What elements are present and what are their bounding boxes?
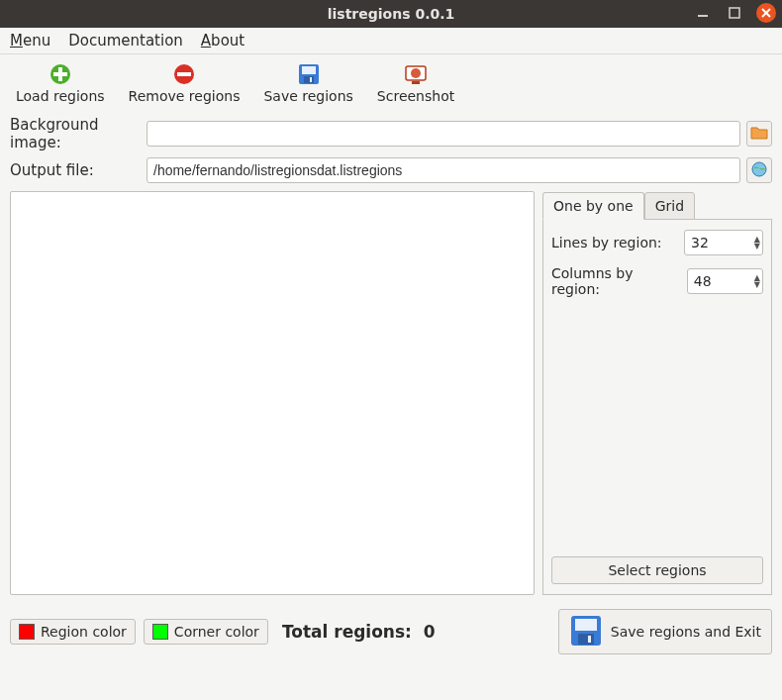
svg-rect-11 (304, 76, 314, 83)
select-regions-button[interactable]: Select regions (551, 556, 763, 584)
columns-by-region-row: Columns by region: 48 ▲ ▼ (551, 265, 763, 297)
svg-rect-18 (575, 619, 597, 631)
toolbar-label: Save regions (263, 88, 352, 104)
total-regions: Total regions: 0 (282, 622, 436, 642)
menubar: Menu Documentation About (0, 28, 782, 54)
region-color-swatch (19, 624, 35, 640)
preview-canvas[interactable] (10, 191, 535, 595)
tab-grid[interactable]: Grid (644, 192, 695, 220)
svg-rect-10 (302, 66, 316, 74)
footer: Region color Corner color Total regions:… (0, 595, 782, 668)
menu-documentation[interactable]: Documentation (68, 32, 183, 50)
background-image-row: Background image: (10, 116, 772, 151)
corner-color-swatch (152, 624, 168, 640)
browse-image-button[interactable] (746, 121, 772, 147)
output-file-row: Output file: (10, 157, 772, 183)
form-area: Background image: Output file: (0, 112, 782, 187)
output-file-label: Output file: (10, 161, 141, 179)
window-controls (693, 3, 776, 23)
total-regions-value: 0 (424, 622, 436, 642)
toolbar-label: Remove regions (129, 88, 241, 104)
main-area: One by one Grid Lines by region: 32 ▲ ▼ … (0, 191, 782, 595)
screenshot-button[interactable]: Screenshot (375, 60, 456, 106)
plus-icon (49, 62, 72, 86)
toolbar-label: Load regions (16, 88, 105, 104)
maximize-button[interactable] (725, 3, 744, 23)
side-panel: One by one Grid Lines by region: 32 ▲ ▼ … (542, 191, 772, 595)
lines-value: 32 (691, 235, 709, 250)
region-color-label: Region color (41, 624, 127, 640)
background-image-input[interactable] (147, 121, 740, 147)
svg-rect-15 (412, 81, 420, 84)
globe-file-icon (750, 160, 768, 181)
chevron-down-icon: ▼ (754, 281, 760, 288)
svg-point-16 (752, 162, 766, 176)
svg-rect-12 (310, 77, 312, 82)
load-regions-button[interactable]: Load regions (14, 60, 107, 106)
columns-by-region-label: Columns by region: (551, 265, 681, 297)
svg-rect-8 (177, 72, 191, 76)
tabs: One by one Grid (542, 191, 772, 220)
tab-content: Lines by region: 32 ▲ ▼ Columns by regio… (542, 220, 772, 595)
save-icon (297, 62, 321, 86)
region-color-button[interactable]: Region color (10, 619, 136, 645)
toolbar-label: Screenshot (377, 88, 454, 104)
minimize-button[interactable] (693, 3, 713, 23)
columns-by-region-input[interactable]: 48 ▲ ▼ (687, 268, 763, 294)
tab-one-by-one[interactable]: One by one (542, 192, 644, 220)
corner-color-button[interactable]: Corner color (144, 619, 268, 645)
chevron-down-icon: ▼ (754, 243, 760, 250)
remove-regions-button[interactable]: Remove regions (127, 60, 243, 106)
close-button[interactable] (756, 3, 776, 23)
minus-icon (172, 62, 196, 86)
menu-about[interactable]: About (201, 32, 244, 50)
stepper-arrows[interactable]: ▲ ▼ (754, 236, 760, 250)
save-and-exit-label: Save regions and Exit (611, 624, 761, 640)
svg-rect-20 (588, 636, 591, 643)
background-image-label: Background image: (10, 116, 141, 151)
screenshot-icon (404, 62, 428, 86)
titlebar: listregions 0.0.1 (0, 0, 782, 28)
window-title: listregions 0.0.1 (328, 6, 455, 22)
menu-menu[interactable]: Menu (10, 32, 50, 50)
output-file-input[interactable] (147, 157, 740, 183)
save-icon (569, 614, 603, 650)
save-and-exit-button[interactable]: Save regions and Exit (558, 609, 772, 654)
lines-by-region-input[interactable]: 32 ▲ ▼ (684, 230, 763, 255)
lines-by-region-label: Lines by region: (551, 235, 662, 250)
corner-color-label: Corner color (174, 624, 259, 640)
svg-rect-1 (730, 8, 739, 18)
browse-output-button[interactable] (746, 157, 772, 183)
save-regions-button[interactable]: Save regions (261, 60, 354, 106)
lines-by-region-row: Lines by region: 32 ▲ ▼ (551, 230, 763, 255)
svg-point-14 (411, 68, 421, 78)
columns-value: 48 (694, 273, 712, 289)
stepper-arrows[interactable]: ▲ ▼ (754, 274, 760, 288)
svg-rect-6 (53, 72, 67, 76)
svg-rect-19 (578, 634, 594, 645)
toolbar: Load regions Remove regions Save regions… (0, 54, 782, 112)
folder-icon (750, 125, 768, 144)
